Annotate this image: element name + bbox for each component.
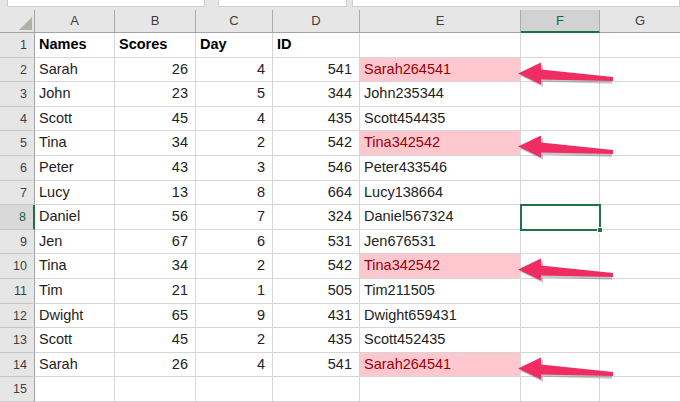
cell-g5[interactable] — [600, 131, 680, 156]
cell-b5[interactable]: 34 — [115, 131, 196, 156]
cell-b9[interactable]: 67 — [115, 230, 196, 255]
row-header[interactable]: 2 — [0, 58, 35, 83]
cell-b3[interactable]: 23 — [115, 82, 196, 107]
cell-c11[interactable]: 1 — [196, 279, 273, 304]
cell-g4[interactable] — [600, 107, 680, 132]
cell-a8[interactable]: Daniel — [35, 205, 115, 230]
cell-c9[interactable]: 6 — [196, 230, 273, 255]
row-header[interactable]: 6 — [0, 156, 35, 181]
cell-b4[interactable]: 45 — [115, 107, 196, 132]
cell-c14[interactable]: 4 — [196, 353, 273, 378]
cell-b6[interactable]: 43 — [115, 156, 196, 181]
cell-b12[interactable]: 65 — [115, 304, 196, 329]
cell-f15[interactable] — [521, 377, 600, 402]
cell-b11[interactable]: 21 — [115, 279, 196, 304]
cell-d11[interactable]: 505 — [273, 279, 360, 304]
cell-c15[interactable] — [196, 377, 273, 402]
row-header[interactable]: 1 — [0, 33, 35, 58]
cell-e15[interactable] — [360, 377, 521, 402]
cell-e8[interactable]: Daniel567324 — [360, 205, 521, 230]
cell-f9[interactable] — [521, 230, 600, 255]
cell-d7[interactable]: 664 — [273, 181, 360, 206]
cell-c5[interactable]: 2 — [196, 131, 273, 156]
cell-e9[interactable]: Jen676531 — [360, 230, 521, 255]
cell-g13[interactable] — [600, 328, 680, 353]
cell-a7[interactable]: Lucy — [35, 181, 115, 206]
cell-c12[interactable]: 9 — [196, 304, 273, 329]
cell-a4[interactable]: Scott — [35, 107, 115, 132]
fill-handle[interactable] — [597, 227, 603, 233]
cell-g9[interactable] — [600, 230, 680, 255]
row-header[interactable]: 7 — [0, 181, 35, 206]
cell-g12[interactable] — [600, 304, 680, 329]
cell-f14[interactable] — [521, 353, 600, 378]
cell-e14-duplicate-highlight[interactable]: Sarah264541 — [360, 353, 521, 378]
cell-c3[interactable]: 5 — [196, 82, 273, 107]
cell-e3[interactable]: John235344 — [360, 82, 521, 107]
cell-f5[interactable] — [521, 131, 600, 156]
cell-a3[interactable]: John — [35, 82, 115, 107]
cell-a6[interactable]: Peter — [35, 156, 115, 181]
column-header-b[interactable]: B — [115, 10, 196, 33]
column-header-e[interactable]: E — [360, 10, 521, 33]
cell-f11[interactable] — [521, 279, 600, 304]
cell-b15[interactable] — [115, 377, 196, 402]
cell-a15[interactable] — [35, 377, 115, 402]
cell-f7[interactable] — [521, 181, 600, 206]
cell-g8[interactable] — [600, 205, 680, 230]
cell-a11[interactable]: Tim — [35, 279, 115, 304]
cell-a2[interactable]: Sarah — [35, 58, 115, 83]
cell-e2-duplicate-highlight[interactable]: Sarah264541 — [360, 58, 521, 83]
cell-c8[interactable]: 7 — [196, 205, 273, 230]
cell-d12[interactable]: 431 — [273, 304, 360, 329]
cell-f10[interactable] — [521, 254, 600, 279]
cell-c2[interactable]: 4 — [196, 58, 273, 83]
row-header[interactable]: 9 — [0, 230, 35, 255]
column-header-c[interactable]: C — [196, 10, 273, 33]
cell-c6[interactable]: 3 — [196, 156, 273, 181]
row-header[interactable]: 15 — [0, 377, 35, 402]
insert-function-area[interactable] — [218, 0, 347, 7]
cell-c13[interactable]: 2 — [196, 328, 273, 353]
cell-f3[interactable] — [521, 82, 600, 107]
column-header-g[interactable]: G — [600, 10, 680, 33]
cell-b14[interactable]: 26 — [115, 353, 196, 378]
cell-e6[interactable]: Peter433546 — [360, 156, 521, 181]
cell-g7[interactable] — [600, 181, 680, 206]
row-header[interactable]: 5 — [0, 131, 35, 156]
cell-b1[interactable]: Scores — [115, 33, 196, 58]
cell-b13[interactable]: 45 — [115, 328, 196, 353]
cell-g6[interactable] — [600, 156, 680, 181]
cell-f4[interactable] — [521, 107, 600, 132]
row-header[interactable]: 12 — [0, 304, 35, 329]
cell-d5[interactable]: 542 — [273, 131, 360, 156]
name-box[interactable] — [7, 0, 205, 7]
row-header[interactable]: 10 — [0, 254, 35, 279]
row-header-8-selected[interactable]: 8 — [0, 205, 35, 230]
cell-e7[interactable]: Lucy138664 — [360, 181, 521, 206]
cell-e10-duplicate-highlight[interactable]: Tina342542 — [360, 254, 521, 279]
cell-d9[interactable]: 531 — [273, 230, 360, 255]
row-header[interactable]: 4 — [0, 107, 35, 132]
cell-a14[interactable]: Sarah — [35, 353, 115, 378]
select-all-corner[interactable] — [0, 10, 35, 33]
cell-f1[interactable] — [521, 33, 600, 58]
cell-a12[interactable]: Dwight — [35, 304, 115, 329]
cell-g1[interactable] — [600, 33, 680, 58]
cell-g3[interactable] — [600, 82, 680, 107]
cell-c4[interactable]: 4 — [196, 107, 273, 132]
cell-d13[interactable]: 435 — [273, 328, 360, 353]
row-header[interactable]: 14 — [0, 353, 35, 378]
cell-d1[interactable]: ID — [273, 33, 360, 58]
cell-g15[interactable] — [600, 377, 680, 402]
cell-c10[interactable]: 2 — [196, 254, 273, 279]
cell-b2[interactable]: 26 — [115, 58, 196, 83]
cell-f13[interactable] — [521, 328, 600, 353]
cell-g10[interactable] — [600, 254, 680, 279]
cell-g11[interactable] — [600, 279, 680, 304]
cell-a5[interactable]: Tina — [35, 131, 115, 156]
cell-a10[interactable]: Tina — [35, 254, 115, 279]
cell-e1[interactable] — [360, 33, 521, 58]
cell-d10[interactable]: 542 — [273, 254, 360, 279]
column-header-f-selected[interactable]: F — [521, 10, 600, 33]
